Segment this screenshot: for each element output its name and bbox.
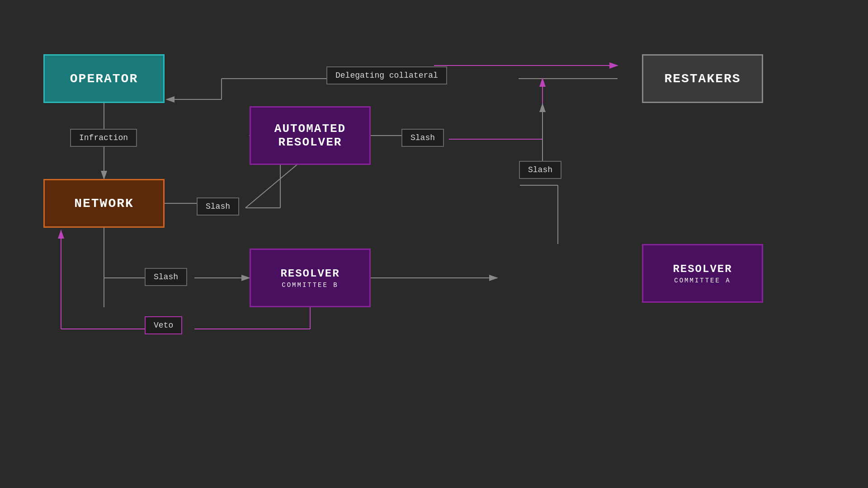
diagram-container: OPERATOR RESTAKERS NETWORK AUTOMATED RES…	[0, 0, 868, 488]
node-operator: OPERATOR	[43, 54, 165, 103]
node-network: NETWORK	[43, 179, 165, 228]
node-resolver-committee-b: RESOLVER COMMITTEE B	[250, 249, 371, 307]
label-slash-2: Slash	[401, 129, 444, 147]
label-slash-4: Slash	[145, 268, 187, 286]
node-restakers: RESTAKERS	[642, 54, 763, 103]
node-resolver-committee-a: RESOLVER COMMITTEE A	[642, 244, 763, 303]
label-delegating-collateral: Delegating collateral	[326, 66, 447, 84]
node-automated-resolver: AUTOMATED RESOLVER	[250, 106, 371, 165]
label-slash-1: Slash	[197, 197, 239, 216]
label-veto: Veto	[145, 316, 182, 334]
label-infraction: Infraction	[70, 129, 137, 147]
label-slash-3: Slash	[519, 161, 561, 179]
